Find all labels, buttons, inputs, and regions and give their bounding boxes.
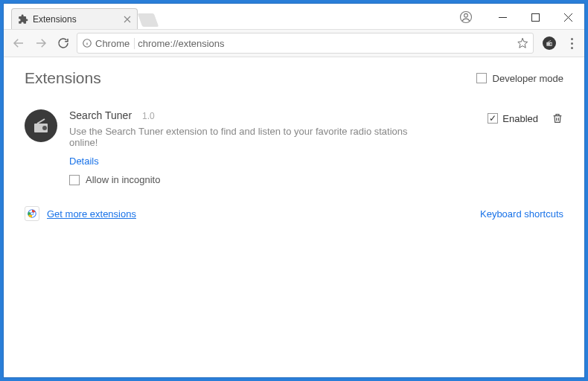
info-icon	[82, 38, 92, 48]
app-menu-button[interactable]	[565, 38, 578, 49]
titlebar: Extensions	[4, 4, 584, 29]
page-title: Extensions	[25, 69, 101, 87]
tab-close-icon[interactable]	[124, 16, 131, 23]
person-icon	[459, 10, 473, 24]
new-tab-button[interactable]	[139, 13, 157, 28]
get-more-extensions-link[interactable]: Get more extensions	[47, 208, 136, 220]
webstore-link-row: Get more extensions	[25, 206, 136, 221]
arrow-left-icon	[12, 36, 25, 50]
tabstrip: Extensions	[4, 8, 157, 29]
extension-app-icon	[25, 109, 57, 142]
back-button[interactable]	[10, 34, 28, 52]
radio-icon	[546, 39, 553, 47]
forward-button[interactable]	[32, 34, 50, 52]
window-minimize-button[interactable]	[486, 7, 519, 28]
profile-avatar-button[interactable]	[452, 7, 480, 28]
extension-item: Search Tuner 1.0 Use the Search Tuner ex…	[25, 109, 563, 185]
security-chip-label: Chrome	[95, 38, 130, 49]
extension-version: 1.0	[142, 111, 155, 121]
svg-point-7	[42, 126, 47, 130]
footer-row: Get more extensions Keyboard shortcuts	[25, 206, 563, 221]
extension-puzzle-icon	[18, 14, 28, 25]
trash-icon[interactable]	[552, 112, 563, 124]
extension-toolbar-icon[interactable]	[543, 36, 556, 50]
svg-rect-2	[531, 13, 539, 21]
extension-body: Search Tuner 1.0 Use the Search Tuner ex…	[69, 109, 432, 185]
developer-mode-toggle[interactable]: Developer mode	[476, 73, 563, 84]
extensions-page: Extensions Developer mode Search Tuner 1…	[4, 57, 584, 377]
svg-point-1	[464, 13, 468, 17]
window-controls	[452, 7, 584, 29]
keyboard-shortcuts-link[interactable]: Keyboard shortcuts	[480, 208, 563, 220]
reload-icon	[57, 36, 70, 50]
arrow-right-icon	[34, 36, 48, 50]
security-chip[interactable]: Chrome	[82, 38, 135, 49]
extension-enabled-checkbox[interactable]	[488, 113, 498, 124]
minimize-icon	[499, 13, 507, 22]
extension-details-link[interactable]: Details	[69, 156, 99, 167]
extension-controls: Enabled	[444, 109, 563, 124]
window-close-button[interactable]	[552, 7, 584, 28]
address-bar[interactable]: Chrome chrome://extensions	[77, 33, 534, 54]
extension-description: Use the Search Tuner extension to find a…	[69, 126, 432, 148]
browser-window: Extensions Chrome chrome://extensions	[4, 4, 584, 377]
allow-incognito-checkbox[interactable]	[69, 175, 80, 185]
bookmark-star-icon[interactable]	[517, 37, 528, 49]
allow-incognito-row[interactable]: Allow in incognito	[69, 174, 432, 185]
toolbar: Chrome chrome://extensions	[4, 29, 584, 57]
webstore-icon	[25, 206, 39, 221]
maximize-icon	[531, 13, 540, 22]
developer-mode-checkbox[interactable]	[476, 73, 487, 83]
extension-enabled-toggle[interactable]: Enabled	[488, 113, 538, 124]
browser-tab[interactable]: Extensions	[11, 8, 138, 29]
reload-button[interactable]	[54, 34, 72, 52]
extension-name: Search Tuner	[69, 109, 132, 121]
window-maximize-button[interactable]	[519, 7, 552, 28]
page-header: Extensions Developer mode	[25, 69, 563, 87]
close-icon	[564, 13, 572, 22]
extension-enabled-label: Enabled	[502, 113, 538, 124]
url-text: chrome://extensions	[138, 38, 514, 49]
svg-point-10	[31, 213, 33, 215]
developer-mode-label: Developer mode	[493, 73, 563, 84]
tab-title-label: Extensions	[33, 14, 124, 25]
allow-incognito-label: Allow in incognito	[86, 174, 160, 185]
radio-icon	[32, 117, 50, 135]
svg-point-5	[550, 43, 552, 45]
